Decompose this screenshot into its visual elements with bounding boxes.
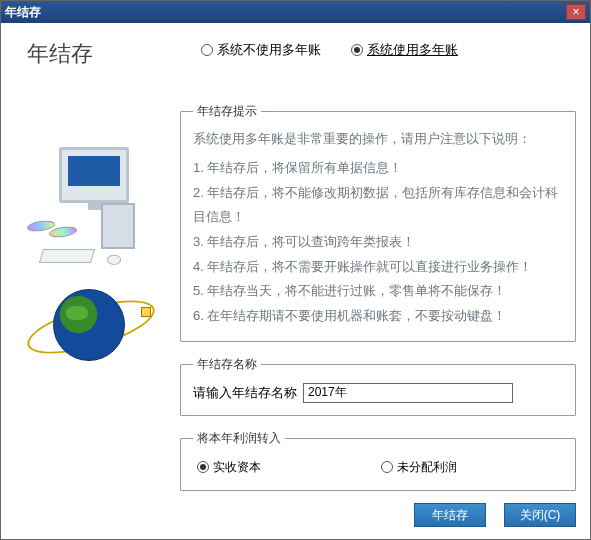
- sidebar: [15, 103, 170, 505]
- globe-icon: [53, 289, 125, 361]
- radio-label: 系统使用多年账: [367, 41, 458, 59]
- profit-radio-group: 实收资本 未分配利润: [193, 457, 563, 478]
- right-column: 年结存提示 系统使用多年账是非常重要的操作，请用户注意以下说明： 1. 年结存后…: [180, 103, 576, 505]
- name-legend: 年结存名称: [193, 356, 261, 373]
- radio-icon: [351, 44, 363, 56]
- radio-label: 未分配利润: [397, 459, 457, 476]
- year-end-window: 年结存 × 年结存 系统不使用多年账 系统使用多年账: [0, 0, 591, 540]
- year-end-name-input[interactable]: [303, 383, 513, 403]
- content-area: 年结存 系统不使用多年账 系统使用多年账: [1, 23, 590, 539]
- radio-icon: [201, 44, 213, 56]
- tip-item: 6. 在年结存期请不要使用机器和账套，不要按动键盘！: [193, 304, 563, 329]
- tips-legend: 年结存提示: [193, 103, 261, 120]
- radio-label: 系统不使用多年账: [217, 41, 321, 59]
- tip-item: 2. 年结存后，将不能修改期初数据，包括所有库存信息和会计科目信息！: [193, 181, 563, 230]
- radio-no-multi-year[interactable]: 系统不使用多年账: [201, 41, 321, 59]
- close-icon[interactable]: ×: [566, 4, 586, 20]
- titlebar: 年结存 ×: [1, 1, 590, 23]
- computer-globe-illustration: [15, 107, 165, 367]
- main-row: 年结存提示 系统使用多年账是非常重要的操作，请用户注意以下说明： 1. 年结存后…: [15, 103, 576, 505]
- close-button[interactable]: 关闭(C): [504, 503, 576, 527]
- name-row: 请输入年结存名称: [193, 383, 563, 403]
- tip-item: 5. 年结存当天，将不能进行过账，零售单将不能保存！: [193, 279, 563, 304]
- footer: 年结存 关闭(C): [414, 503, 576, 527]
- name-label: 请输入年结存名称: [193, 384, 297, 402]
- tip-item: 1. 年结存后，将保留所有单据信息！: [193, 156, 563, 181]
- radio-icon: [197, 461, 209, 473]
- year-end-button[interactable]: 年结存: [414, 503, 486, 527]
- tip-item: 4. 年结存后，将不需要开账操作就可以直接进行业务操作！: [193, 255, 563, 280]
- mode-radio-group: 系统不使用多年账 系统使用多年账: [201, 41, 458, 59]
- radio-paid-in-capital[interactable]: 实收资本: [197, 459, 261, 476]
- tips-list: 1. 年结存后，将保留所有单据信息！ 2. 年结存后，将不能修改期初数据，包括所…: [193, 156, 563, 329]
- keyboard-icon: [39, 249, 96, 263]
- window-title: 年结存: [5, 4, 566, 21]
- profit-legend: 将本年利润转入: [193, 430, 285, 447]
- mouse-icon: [107, 255, 121, 265]
- pc-tower-icon: [101, 203, 135, 249]
- profit-fieldset: 将本年利润转入 实收资本 未分配利润: [180, 430, 576, 491]
- radio-label: 实收资本: [213, 459, 261, 476]
- tip-item: 3. 年结存后，将可以查询跨年类报表！: [193, 230, 563, 255]
- tips-fieldset: 年结存提示 系统使用多年账是非常重要的操作，请用户注意以下说明： 1. 年结存后…: [180, 103, 576, 342]
- name-fieldset: 年结存名称 请输入年结存名称: [180, 356, 576, 416]
- radio-icon: [381, 461, 393, 473]
- radio-multi-year[interactable]: 系统使用多年账: [351, 41, 458, 59]
- satellite-icon: [141, 307, 151, 317]
- tips-intro: 系统使用多年账是非常重要的操作，请用户注意以下说明：: [193, 130, 563, 148]
- radio-undistributed-profit[interactable]: 未分配利润: [381, 459, 457, 476]
- monitor-icon: [59, 147, 129, 203]
